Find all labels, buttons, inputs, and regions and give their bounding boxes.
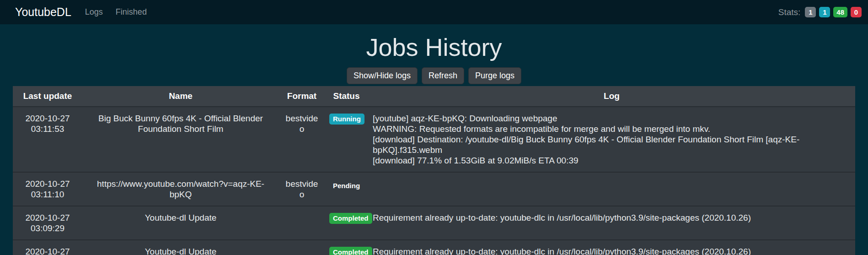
stat-badge-running: 1 — [819, 7, 830, 17]
cell-name: Youtube-dl Update — [82, 240, 279, 255]
log-line: [youtube] aqz-KE-bpKQ: Downloading webpa… — [373, 113, 851, 124]
jobs-table-container: Last update Name Format Status Log 2020-… — [13, 86, 855, 255]
cell-last-update: 2020-10-2703:06:45 — [13, 240, 82, 255]
table-row: 2020-10-2703:11:10https://www.youtube.co… — [13, 172, 855, 206]
cell-format: bestvideo — [279, 107, 325, 172]
column-header-format: Format — [279, 86, 325, 107]
log-line: [download] 77.1% of 1.53GiB at 9.02MiB/s… — [373, 155, 851, 166]
job-date: 2020-10-27 — [17, 179, 78, 189]
job-time: 03:09:29 — [17, 223, 78, 233]
cell-last-update: 2020-10-2703:11:10 — [13, 172, 82, 206]
nav-link-finished[interactable]: Finished — [116, 7, 147, 17]
purge-logs-button[interactable]: Purge logs — [468, 67, 521, 84]
column-header-status: Status — [325, 86, 368, 107]
stats-label: Stats: — [778, 7, 801, 17]
stat-badge-queued: 1 — [805, 7, 816, 17]
refresh-button[interactable]: Refresh — [422, 67, 464, 84]
cell-format — [279, 240, 325, 255]
status-badge: Running — [329, 114, 364, 125]
job-time: 03:11:10 — [17, 189, 78, 200]
toolbar: Show/Hide logs Refresh Purge logs — [0, 67, 868, 84]
cell-format — [279, 206, 325, 240]
cell-log: Requirement already up-to-date: youtube-… — [368, 206, 855, 240]
header-row: Last update Name Format Status Log — [13, 86, 855, 107]
column-header-log: Log — [368, 86, 855, 107]
cell-status: Running — [325, 107, 368, 172]
cell-status: Completed — [325, 206, 368, 240]
page-title: Jobs History — [0, 32, 868, 63]
jobs-table: Last update Name Format Status Log 2020-… — [13, 86, 855, 255]
log-line: WARNING: Requested formats are incompati… — [373, 124, 851, 134]
navbar: YoutubeDL Logs Finished Stats: 1 1 48 0 — [0, 0, 868, 24]
cell-name: Youtube-dl Update — [82, 206, 279, 240]
brand-link[interactable]: YoutubeDL — [15, 5, 71, 19]
nav-links: Logs Finished — [85, 7, 147, 17]
job-time: 03:11:53 — [17, 124, 78, 134]
show-hide-logs-button[interactable]: Show/Hide logs — [347, 67, 418, 84]
status-badge: Completed — [329, 213, 372, 224]
cell-status: Completed — [325, 240, 368, 255]
cell-log: [youtube] aqz-KE-bpKQ: Downloading webpa… — [368, 107, 855, 172]
cell-name: https://www.youtube.com/watch?v=aqz-KE-b… — [82, 172, 279, 206]
status-badge: Completed — [329, 247, 372, 255]
column-header-last-update: Last update — [13, 86, 82, 107]
nav-link-logs[interactable]: Logs — [85, 7, 103, 17]
jobs-table-head: Last update Name Format Status Log — [13, 86, 855, 107]
stat-badge-completed: 48 — [833, 7, 847, 17]
stats: Stats: 1 1 48 0 — [778, 7, 862, 17]
cell-status: Pending — [325, 172, 368, 206]
status-badge: Pending — [333, 179, 360, 193]
cell-last-update: 2020-10-2703:09:29 — [13, 206, 82, 240]
table-row: 2020-10-2703:09:29Youtube-dl UpdateCompl… — [13, 206, 855, 240]
column-header-name: Name — [82, 86, 279, 107]
cell-log — [368, 172, 855, 206]
cell-last-update: 2020-10-2703:11:53 — [13, 107, 82, 172]
stat-badge-failed: 0 — [851, 7, 862, 17]
job-date: 2020-10-27 — [17, 246, 78, 255]
table-row: 2020-10-2703:11:53Big Buck Bunny 60fps 4… — [13, 107, 855, 172]
job-date: 2020-10-27 — [17, 212, 78, 223]
jobs-table-body: 2020-10-2703:11:53Big Buck Bunny 60fps 4… — [13, 107, 855, 255]
cell-log: Requirement already up-to-date: youtube-… — [368, 240, 855, 255]
cell-name: Big Buck Bunny 60fps 4K - Official Blend… — [82, 107, 279, 172]
table-row: 2020-10-2703:06:45Youtube-dl UpdateCompl… — [13, 240, 855, 255]
cell-format: bestvideo — [279, 172, 325, 206]
job-date: 2020-10-27 — [17, 113, 78, 124]
log-line: [download] Destination: /youtube-dl/Big … — [373, 134, 851, 155]
log-line: Requirement already up-to-date: youtube-… — [373, 212, 851, 223]
log-line: Requirement already up-to-date: youtube-… — [373, 246, 851, 255]
